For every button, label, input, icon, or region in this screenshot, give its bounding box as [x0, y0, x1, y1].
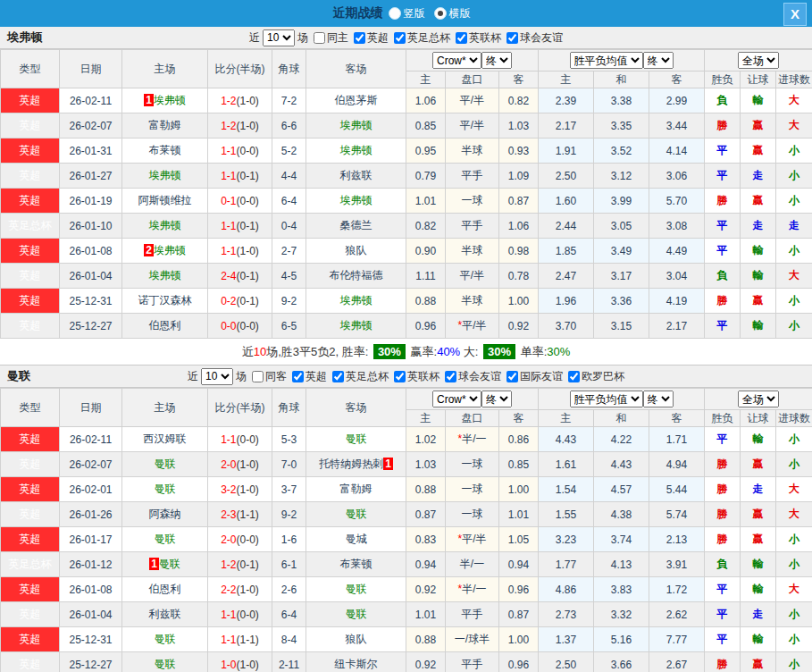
avg-home-cell: 2.17 [539, 113, 594, 139]
league-filter-checkbox[interactable] [292, 371, 304, 382]
result-wdl-cell: 負 [705, 264, 741, 289]
games-count-select[interactable]: 10 [201, 368, 233, 385]
team-label: 伯恩茅斯 [335, 94, 378, 106]
league-filter-checkbox[interactable] [568, 371, 580, 382]
score-cell: 1-2(0-1) [208, 552, 272, 577]
league-filter-checkbox[interactable] [506, 32, 518, 44]
league-cell: 英超 [1, 602, 60, 627]
odds-home-cell: 0.85 [406, 113, 446, 139]
star-mark: * [457, 433, 462, 445]
odds-home-cell: 0.83 [406, 527, 446, 552]
league-filter-checkbox[interactable] [456, 32, 467, 44]
odds-away-cell: 0.96 [499, 652, 539, 672]
league-filter-checkbox[interactable] [394, 32, 406, 44]
team-label: 曼联 [346, 508, 367, 520]
close-icon[interactable]: X [783, 3, 807, 26]
league-filter-label: 英足总杯 [346, 369, 389, 384]
avg-stage-select[interactable]: 终 [643, 391, 674, 407]
home-team-cell: 伯恩利 [122, 577, 208, 602]
handicap-cell: *半/一 [446, 577, 499, 602]
league-filter-label: 英联杯 [407, 369, 439, 384]
odds-home-cell: 0.88 [406, 627, 446, 652]
corner-cell: 0-4 [272, 214, 306, 239]
odds-away-cell: 0.98 [499, 239, 539, 264]
avg-select[interactable]: 胜平负均值 [570, 391, 643, 407]
corner-cell: 9-2 [272, 502, 306, 527]
fulltime-select[interactable]: 全场 [738, 52, 779, 69]
away-team-cell: 曼城 [306, 527, 406, 552]
result-handicap-cell: 贏 [741, 502, 776, 527]
radio-horizontal-layout[interactable]: 横版 [434, 6, 471, 21]
col-header-handicap: 盘口 [446, 71, 499, 88]
avg-select[interactable]: 胜平负均值 [570, 52, 643, 69]
odds-stage-select[interactable]: 终 [481, 52, 512, 69]
team-section: 曼联 近10场同客英超英足总杯英联杯球会友谊国际友谊欧罗巴杯 类型 日期 主场 … [0, 365, 812, 672]
summary-text: 单率: [517, 344, 547, 360]
home-team-cell: 埃弗顿 [122, 214, 208, 239]
odds-away-cell: 1.00 [499, 627, 539, 652]
avg-away-cell: 4.94 [649, 452, 705, 477]
corner-cell: 5-2 [272, 139, 306, 164]
team-label: 埃弗顿 [340, 144, 373, 156]
avg-draw-cell: 4.57 [594, 477, 649, 502]
results-table: 类型 日期 主场 比分(半场) 角球 客场 Crow*终 胜平负均值终 全场 [0, 49, 812, 339]
sections-container: 埃弗顿 近10场同主英超英足总杯英联杯球会友谊 类型 日期 主场 比分(半场) … [0, 27, 812, 672]
same-venue-checkbox[interactable] [252, 371, 264, 382]
games-count-select[interactable]: 10 [263, 29, 295, 46]
avg-stage-select[interactable]: 终 [643, 52, 674, 69]
radio-circle-checked-icon[interactable] [434, 7, 447, 20]
league-filter-checkbox[interactable] [354, 32, 365, 44]
score-cell: 1-1(1-1) [208, 627, 272, 652]
team-label: 曼联 [155, 658, 176, 670]
odds-home-cell: 1.01 [406, 602, 446, 627]
odds-away-cell: 0.87 [499, 602, 539, 627]
league-filter-checkbox[interactable] [394, 371, 406, 382]
radio-circle-icon[interactable] [389, 7, 401, 20]
score-fulltime: 0-1 [221, 195, 236, 207]
fulltime-select[interactable]: 全场 [738, 391, 779, 407]
col-header-avg-away: 客 [649, 71, 705, 88]
same-venue-checkbox[interactable] [314, 32, 325, 44]
score-fulltime: 1-1 [221, 609, 236, 621]
radio-vertical-layout[interactable]: 竖版 [389, 6, 425, 21]
score-halftime: (1-0) [237, 483, 259, 496]
away-team-cell: 富勒姆 [306, 477, 406, 502]
result-wdl-cell: 勝 [705, 502, 741, 527]
league-filter-checkbox[interactable] [506, 371, 518, 382]
handicap-cell: *半/一 [446, 427, 499, 452]
col-header-avg-home: 主 [539, 410, 594, 427]
odds-home-cell: 1.06 [406, 88, 446, 113]
team-label: 曼联 [155, 533, 176, 545]
col-header-goals: 进球数 [776, 71, 812, 88]
col-header-type: 类型 [1, 50, 60, 88]
bookmaker-select[interactable]: Crow* [432, 391, 481, 407]
home-team-cell: 曼联 [122, 452, 208, 477]
avg-away-cell: 7.77 [649, 627, 705, 652]
team-label: 诺丁汉森林 [138, 294, 192, 307]
odds-stage-select[interactable]: 终 [481, 391, 512, 407]
avg-away-cell: 1.71 [649, 427, 705, 452]
result-wdl-cell: 負 [705, 88, 741, 113]
bookmaker-select[interactable]: Crow* [432, 52, 481, 69]
league-filter-label: 英联杯 [469, 30, 501, 46]
result-handicap-cell: 走 [741, 477, 776, 502]
summary-text: 10 [254, 345, 266, 358]
section-header: 埃弗顿 近10场同主英超英足总杯英联杯球会友谊 [0, 27, 812, 49]
rank-badge: 1 [149, 558, 159, 570]
score-halftime: (1-1) [237, 508, 259, 521]
odds-away-cell: 1.06 [499, 214, 539, 239]
league-filter-checkbox[interactable] [445, 371, 456, 382]
league-cell: 英超 [1, 239, 60, 264]
score-cell: 2-2(1-0) [208, 577, 272, 602]
league-cell: 英超 [1, 452, 60, 477]
star-mark: * [457, 583, 462, 595]
handicap-cell: 一/球半 [446, 627, 499, 652]
result-wdl-cell: 勝 [705, 652, 741, 672]
corner-cell: 4-4 [272, 164, 306, 189]
score-halftime: (1-0) [237, 659, 259, 671]
team-label: 伯恩利 [149, 583, 181, 595]
match-row: 英超26-01-31布莱顿1-1(0-0)5-2埃弗顿0.95半球0.931.9… [1, 139, 812, 164]
score-cell: 1-1(0-0) [208, 602, 272, 627]
league-filter-checkbox[interactable] [332, 371, 344, 382]
avg-draw-cell: 3.36 [594, 289, 649, 314]
